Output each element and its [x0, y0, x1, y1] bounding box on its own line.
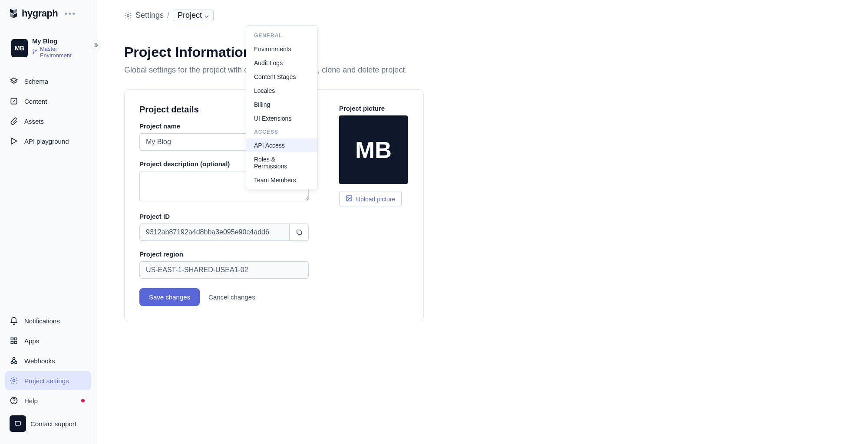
branch-icon: [32, 49, 37, 56]
breadcrumb-separator: /: [167, 11, 169, 20]
settings-dropdown-menu: GENERALEnvironmentsAudit LogsContent Sta…: [246, 25, 318, 189]
caret-down-icon: [205, 11, 209, 20]
dropdown-label: Project: [178, 11, 202, 20]
project-name: My Blog: [32, 37, 85, 45]
svg-rect-14: [15, 421, 20, 425]
project-switcher[interactable]: MB My Blog Master Environment: [5, 33, 91, 63]
nav-label: Notifications: [24, 317, 60, 325]
dropdown-item-content-stages[interactable]: Content Stages: [246, 70, 317, 84]
hygraph-icon: [9, 8, 18, 19]
brand-logo[interactable]: hygraph: [9, 8, 58, 19]
nav-label: API playground: [24, 138, 69, 145]
svg-rect-7: [15, 342, 17, 344]
bell-icon: [10, 316, 18, 325]
svg-point-15: [127, 14, 129, 16]
nav-label: Schema: [24, 78, 48, 85]
svg-rect-6: [11, 342, 13, 344]
svg-point-13: [14, 402, 14, 403]
project-avatar: MB: [11, 39, 28, 57]
play-icon: [10, 137, 18, 145]
sidebar-item-schema[interactable]: Schema: [5, 72, 91, 91]
svg-rect-16: [298, 231, 301, 234]
breadcrumb-project-dropdown[interactable]: Project: [173, 10, 214, 21]
svg-rect-4: [11, 338, 13, 340]
svg-point-8: [11, 362, 13, 364]
upload-picture-button[interactable]: Upload picture: [339, 191, 402, 207]
page-title: Project Information: [124, 44, 840, 60]
image-icon: [346, 195, 353, 203]
project-picture: MB: [339, 115, 408, 184]
sidebar-item-help[interactable]: Help: [5, 391, 91, 410]
breadcrumb: Settings / Project: [96, 0, 868, 31]
brand-name: hygraph: [22, 8, 58, 19]
svg-point-18: [348, 197, 349, 198]
nav-label: Project settings: [24, 377, 69, 385]
environment-name: Master Environment: [40, 46, 85, 59]
sidebar-item-webhooks[interactable]: Webhooks: [5, 351, 91, 370]
page-subtitle: Global settings for the project with opt…: [124, 66, 840, 75]
upload-label: Upload picture: [356, 196, 395, 203]
gear-icon: [10, 376, 18, 385]
sidebar-item-apps[interactable]: Apps: [5, 331, 91, 350]
dropdown-item-audit-logs[interactable]: Audit Logs: [246, 56, 317, 70]
nav-label: Content: [24, 98, 47, 105]
cancel-button[interactable]: Cancel changes: [208, 293, 255, 301]
notification-dot: [81, 399, 85, 402]
dropdown-item-roles-permissions[interactable]: Roles & Permissions: [246, 152, 317, 173]
save-button[interactable]: Save changes: [139, 288, 200, 306]
project-region-label: Project region: [139, 250, 309, 258]
svg-point-1: [35, 49, 36, 51]
dropdown-item-team-members[interactable]: Team Members: [246, 173, 317, 187]
dropdown-item-api-access[interactable]: API Access: [246, 138, 317, 152]
more-icon[interactable]: [65, 13, 75, 15]
dropdown-item-billing[interactable]: Billing: [246, 98, 317, 112]
dropdown-item-ui-extensions[interactable]: UI Extensions: [246, 112, 317, 125]
copy-project-id-button[interactable]: [290, 224, 309, 241]
attachment-icon: [10, 117, 18, 125]
sidebar-item-assets[interactable]: Assets: [5, 112, 91, 131]
gear-icon: [124, 12, 132, 20]
dropdown-section-label: GENERAL: [246, 29, 317, 42]
svg-point-0: [33, 49, 34, 51]
nav-label: Help: [24, 397, 38, 405]
dropdown-section-label: ACCESS: [246, 125, 317, 138]
svg-rect-5: [15, 338, 17, 340]
nav-label: Apps: [24, 337, 39, 345]
nav-label: Assets: [24, 118, 44, 125]
dropdown-item-environments[interactable]: Environments: [246, 42, 317, 56]
project-picture-label: Project picture: [339, 105, 409, 112]
sidebar-item-contact-support[interactable]: Contact support: [5, 411, 91, 436]
svg-point-11: [13, 380, 15, 382]
sidebar-item-content[interactable]: Content: [5, 92, 91, 111]
collapse-sidebar-button[interactable]: [91, 40, 101, 50]
project-id-label: Project ID: [139, 213, 309, 220]
edit-icon: [10, 97, 18, 105]
project-region-input: [139, 261, 309, 279]
nav-label: Contact support: [30, 420, 76, 428]
sidebar-item-notifications[interactable]: Notifications: [5, 311, 91, 330]
grid-icon: [10, 336, 18, 345]
breadcrumb-settings[interactable]: Settings: [135, 11, 164, 20]
layers-icon: [10, 77, 18, 86]
chat-icon: [10, 415, 26, 432]
sidebar-item-api-playground[interactable]: API playground: [5, 132, 91, 151]
nav-label: Webhooks: [24, 357, 55, 365]
project-id-input: [139, 224, 290, 241]
webhook-icon: [10, 356, 18, 365]
dropdown-item-locales[interactable]: Locales: [246, 84, 317, 98]
svg-point-9: [15, 362, 17, 364]
help-icon: [10, 396, 18, 405]
sidebar-item-project-settings[interactable]: Project settings: [5, 371, 91, 390]
